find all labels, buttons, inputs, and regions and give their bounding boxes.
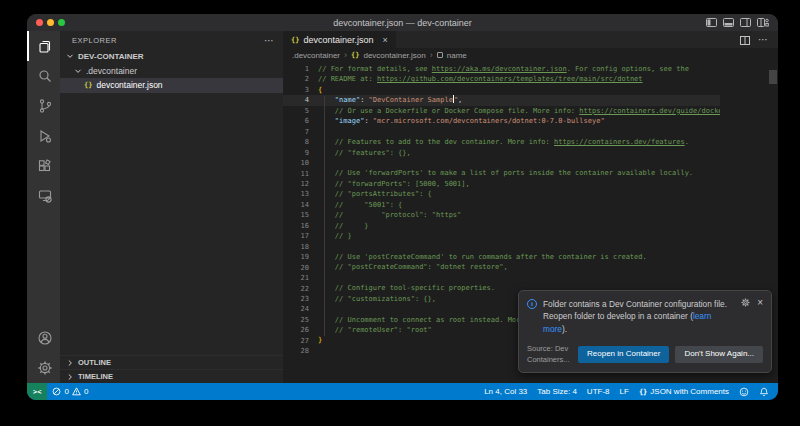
notification-message: Folder contains a Dev Container configur… — [543, 298, 735, 337]
minimap-line — [722, 92, 766, 94]
notifications-bell-icon[interactable] — [754, 383, 774, 400]
extensions-icon[interactable] — [27, 151, 60, 181]
minimap-line — [722, 98, 766, 100]
json-file-icon: {} — [291, 36, 299, 44]
run-and-debug-icon[interactable] — [27, 121, 60, 151]
chevron-down-icon — [74, 67, 82, 75]
code-line[interactable] — [318, 127, 720, 137]
code-editor[interactable]: 1234567891011121314151617181920212223242… — [283, 62, 778, 383]
minimap-line — [722, 82, 766, 84]
more-actions-icon[interactable]: ⋯ — [758, 34, 769, 45]
editor-scrollbar-thumb[interactable] — [769, 70, 777, 84]
code-line[interactable]: // README at: https://github.com/devcont… — [318, 74, 720, 84]
code-line[interactable]: "image": "mcr.microsoft.com/devcontainer… — [318, 116, 720, 126]
code-line[interactable]: // "forwardPorts": [5000, 5001], — [318, 179, 720, 189]
minimap-line — [722, 68, 766, 70]
editor-group: {} devcontainer.json × ⋯ .devcontainer ›… — [283, 31, 778, 383]
title-bar: devcontainer.json — dev-container — [27, 14, 778, 31]
code-line[interactable]: "name": "DevContainer Sample", — [318, 95, 720, 105]
code-line[interactable]: // "5001": { — [318, 200, 720, 210]
indent-guide — [324, 96, 325, 336]
explorer-header-label: EXPLORER — [72, 36, 117, 45]
minimap-line — [722, 139, 766, 141]
tree-item-devcontainer-json[interactable]: {} devcontainer.json — [60, 78, 283, 93]
line-number: 26 — [283, 325, 309, 335]
code-line[interactable]: // "protocol": "https" — [318, 210, 720, 220]
traffic-lights — [36, 19, 65, 26]
explorer-more-actions-icon[interactable]: ⋯ — [264, 35, 275, 46]
timeline-section[interactable]: TIMELINE — [60, 369, 283, 383]
line-number: 12 — [283, 179, 309, 189]
minimap-line — [722, 125, 766, 127]
tab-close-icon[interactable]: × — [383, 35, 388, 45]
line-number: 18 — [283, 242, 309, 252]
breadcrumb-symbol[interactable]: name — [447, 51, 467, 60]
tab-bar: {} devcontainer.json × ⋯ — [283, 31, 778, 48]
outline-section[interactable]: OUTLINE — [60, 355, 283, 369]
toggle-secondary-sidebar-icon[interactable] — [740, 18, 751, 27]
vscode-window: devcontainer.json — dev-container — [27, 14, 778, 400]
tab-devcontainer-json[interactable]: {} devcontainer.json × — [283, 31, 396, 48]
minimap-line — [722, 65, 766, 67]
minimize-window-button[interactable] — [47, 19, 54, 26]
line-number: 24 — [283, 304, 309, 314]
code-line[interactable]: // Or use a Dockerfile or Docker Compose… — [318, 106, 720, 116]
reopen-in-container-button[interactable]: Reopen in Container — [578, 346, 669, 362]
feedback-smiley-icon[interactable] — [734, 383, 754, 400]
settings-gear-icon[interactable] — [27, 353, 60, 383]
code-line[interactable]: // "postCreateCommand": "dotnet restore"… — [318, 262, 720, 272]
line-numbers-gutter: 1234567891011121314151617181920212223242… — [283, 64, 309, 357]
notification-settings-gear-icon[interactable] — [741, 298, 750, 310]
notification-close-icon[interactable]: × — [757, 298, 763, 308]
line-number: 14 — [283, 200, 309, 210]
symbol-field-icon — [437, 52, 443, 58]
code-line[interactable] — [318, 158, 720, 168]
dev-container-notification: i Folder contains a Dev Container config… — [518, 290, 772, 373]
breadcrumb-file[interactable]: devcontainer.json — [363, 51, 425, 60]
code-line[interactable]: // Use 'postCreateCommand' to run comman… — [318, 252, 720, 262]
remote-indicator[interactable]: >< — [27, 383, 47, 400]
dont-show-again-button[interactable]: Don't Show Again... — [675, 346, 763, 362]
notification-source[interactable]: Source: Dev Containers... — [527, 344, 578, 365]
code-line[interactable]: // Features to add to the dev container.… — [318, 137, 720, 147]
code-line[interactable] — [318, 241, 720, 251]
source-control-icon[interactable] — [27, 91, 60, 121]
line-number: 11 — [283, 169, 309, 179]
indentation-status[interactable]: Tab Size: 4 — [532, 383, 582, 400]
tree-root-dev-container[interactable]: DEV-CONTAINER — [60, 49, 283, 64]
problems-status[interactable]: 0 0 — [47, 383, 93, 400]
code-line[interactable]: // } — [318, 231, 720, 241]
breadcrumb-folder[interactable]: .devcontainer — [292, 51, 340, 60]
tree-item-devcontainer-folder[interactable]: .devcontainer — [60, 64, 283, 79]
code-line[interactable]: // For format details, see https://aka.m… — [318, 64, 720, 74]
window-title: devcontainer.json — dev-container — [27, 18, 778, 28]
zoom-window-button[interactable] — [58, 19, 65, 26]
line-number: 15 — [283, 210, 309, 220]
code-line[interactable]: // "portsAttributes": { — [318, 189, 720, 199]
close-window-button[interactable] — [36, 19, 43, 26]
cursor-position-status[interactable]: Ln 4, Col 33 — [479, 383, 532, 400]
customize-layout-icon[interactable] — [757, 18, 769, 27]
language-mode-status[interactable]: {} JSON with Comments — [634, 383, 734, 400]
warning-triangle-icon — [72, 387, 81, 396]
accounts-icon[interactable] — [27, 323, 60, 353]
explorer-icon[interactable] — [27, 31, 60, 61]
line-number: 10 — [283, 158, 309, 168]
minimap[interactable] — [722, 65, 766, 159]
split-editor-icon[interactable] — [740, 31, 750, 49]
code-line[interactable]: // } — [318, 221, 720, 231]
toggle-panel-icon[interactable] — [723, 18, 734, 27]
line-number: 20 — [283, 263, 309, 273]
eol-status[interactable]: LF — [615, 383, 634, 400]
code-line[interactable]: { — [318, 85, 720, 95]
remote-explorer-icon[interactable] — [27, 181, 60, 211]
activity-bar — [27, 31, 60, 383]
search-icon[interactable] — [27, 61, 60, 91]
code-line[interactable]: // Use 'forwardPorts' to make a list of … — [318, 168, 720, 178]
minimap-line — [722, 78, 766, 80]
minimap-line — [722, 112, 766, 114]
code-line[interactable] — [318, 273, 720, 283]
code-line[interactable]: // "features": {}, — [318, 148, 720, 158]
encoding-status[interactable]: UTF-8 — [582, 383, 615, 400]
toggle-primary-sidebar-icon[interactable] — [706, 18, 717, 27]
